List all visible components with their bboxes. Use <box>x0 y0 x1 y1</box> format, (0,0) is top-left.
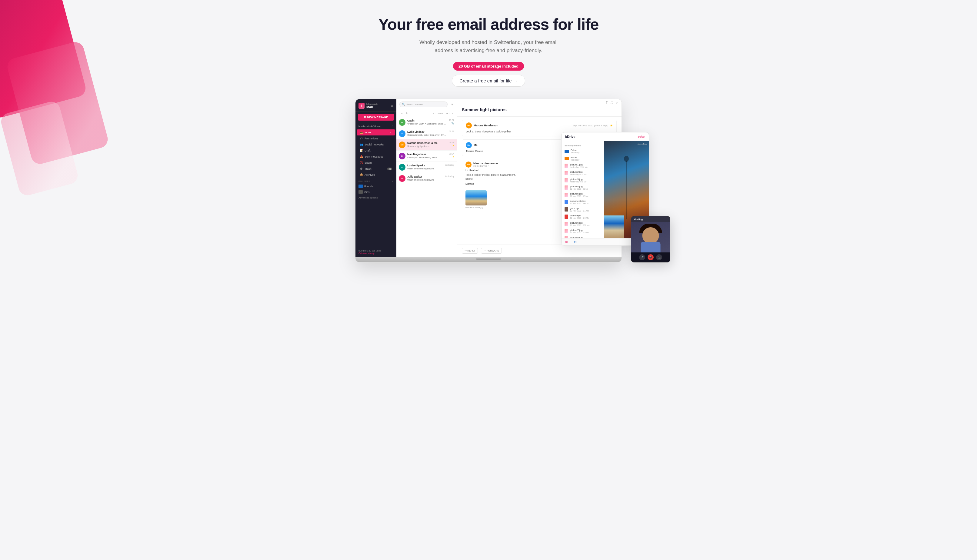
kdrive-item-pic8[interactable]: picture8.jpg 11 Nov 2020 · 3.0 Mo <box>562 235 604 238</box>
file-name-pic2: picture2.jpg <box>570 171 601 173</box>
email-time-gavin: 19:32 📎 <box>449 119 454 125</box>
folder-icon-orange <box>565 157 569 160</box>
file-icon-pic6 <box>565 222 568 226</box>
spam-label: Spam <box>365 161 372 164</box>
kdrive-item-zip[interactable]: grub.zip 12 Nov 2020 · 3.1 Mo <box>562 206 604 213</box>
email-item-gavin[interactable]: G Gavin "Peace On Earth A Wonderful Wish… <box>396 117 457 128</box>
new-message-button[interactable]: ✉ NEW MESSAGE <box>358 114 394 121</box>
end-call-btn[interactable]: 📵 <box>648 254 654 260</box>
avatar-julie: JW <box>399 175 405 182</box>
mic-btn[interactable]: 🎤 <box>639 254 645 260</box>
sidebar-item-inbox[interactable]: 📥 Inbox 5 <box>357 129 395 135</box>
file-info-pic2: picture2.jpg Yesterday · 8.6 Mo <box>570 171 601 175</box>
advanced-options[interactable]: Advanced options <box>355 195 396 201</box>
email-item-julie[interactable]: JW Julie Walker When The Morning Dawns Y… <box>396 173 457 184</box>
storage-link[interactable]: Get more storage <box>358 252 393 254</box>
hero-section: Your free email address for life Wholly … <box>0 0 977 96</box>
email-subject-julie: When The Morning Dawns <box>407 178 443 181</box>
email-item-louise[interactable]: LS Louise Sparks When The Morning Dawns … <box>396 162 457 173</box>
sidebar-item-promotions[interactable]: 🏷 Promotions <box>357 135 395 142</box>
grid-view-btn[interactable]: ⊞ <box>565 240 568 243</box>
email-item-marcus[interactable]: MH Marcus Henderson & me Summer light pi… <box>396 139 457 151</box>
file-meta-pic1: Yesterday · 13.4 Mo <box>570 166 601 168</box>
file-info-pic8: picture8.jpg 11 Nov 2020 · 3.0 Mo <box>570 236 601 238</box>
kdrive-item-folder2[interactable]: Folder Yesterday <box>562 155 604 162</box>
file-info-folder1: Folder Yesterday <box>571 149 601 153</box>
forward-button[interactable]: → FORWARD <box>481 248 502 253</box>
forward-nav-btn[interactable]: › <box>451 111 453 115</box>
sidebar-item-archived[interactable]: 📦 Archived <box>357 172 395 178</box>
email-content-louise: Louise Sparks When The Morning Dawns <box>407 164 443 170</box>
add-folder-icon[interactable]: + <box>392 180 393 182</box>
email-time-ivan: 08:24 ★ <box>449 153 454 158</box>
font-size-icon[interactable]: T <box>606 101 608 104</box>
file-icon-pic2 <box>565 171 568 175</box>
sidebar-item-trash[interactable]: 🗑 Trash 48 <box>357 166 395 172</box>
folder-icon-blue <box>565 150 569 153</box>
kdrive-item-vid[interactable]: video.mp4 12 Nov 2020 · 1.9 Mo <box>562 213 604 220</box>
folder-friends[interactable]: Friends <box>355 183 396 189</box>
list-view-btn[interactable]: ☰ <box>569 240 572 243</box>
back-btn[interactable]: ← <box>399 111 404 115</box>
kdrive-item-folder1[interactable]: Folder Yesterday <box>562 148 604 155</box>
create-email-button[interactable]: Create a free email for life → <box>452 75 525 87</box>
trash-label: Trash <box>365 167 372 170</box>
kdrive-item-pic7[interactable]: picture7.jpg 11 Nov 2020 · 6.5 Mo <box>562 228 604 235</box>
search-bar[interactable]: 🔍 Search in email <box>399 102 448 107</box>
thread-avatar-marcus: MH <box>466 122 472 128</box>
archived-label: Archived <box>365 173 375 177</box>
file-info-pic4: picture4.jpg 12 Nov 2020 · 22 Mo <box>570 185 601 190</box>
kdrive-file-list: Sunday folders Folder Yesterday Folder <box>562 141 604 238</box>
reply-button[interactable]: ↩ REPLY <box>462 248 478 253</box>
user-menu-icon[interactable]: ⋮ <box>391 125 393 128</box>
expand-icon[interactable]: ⤢ <box>615 101 618 104</box>
filter-icon[interactable]: ▼ <box>451 103 453 106</box>
meeting-controls: 🎤 📵 📷 <box>631 252 670 262</box>
kdrive-select[interactable]: Select <box>638 135 645 138</box>
email-item-ivan[interactable]: IM Ivan Magalhaes Invites you to a meeti… <box>396 151 457 162</box>
email-detail-subject: Summer light pictures <box>462 107 617 112</box>
kdrive-preview-label: picture1.jpg <box>638 143 647 145</box>
kdrive-item-pic6[interactable]: picture6.jpg 11 Nov 2020 · 261 Mo <box>562 220 604 228</box>
print-icon[interactable]: 🖨 <box>610 101 613 104</box>
user-email-text: heather.clark@ik.me <box>358 125 381 128</box>
email-time-julie: Yesterday <box>445 175 454 177</box>
email-subject-marcus: Summer light pictures <box>407 145 447 148</box>
tiles-view-btn[interactable]: ⊟ <box>574 240 576 243</box>
folder-girls[interactable]: Girls <box>355 189 396 195</box>
sidebar-item-spam[interactable]: 🚫 Spam <box>357 160 395 166</box>
file-icon-pic4 <box>565 185 568 190</box>
thread-avatar-expanded: MH <box>465 162 472 168</box>
kdrive-item-pic5[interactable]: picture5.jpg 12 Nov 2020 · 15 Mo <box>562 191 604 198</box>
file-name-folder1: Folder <box>571 149 601 152</box>
camera-btn[interactable]: 📷 <box>656 254 662 260</box>
file-meta-pic3: Yesterday · 9.8 Mo <box>570 181 601 183</box>
thread-msg-header-1: MH Marcus Henderson sept. 9th 2019 13:57… <box>466 122 613 128</box>
video-bg <box>631 222 670 252</box>
gear-icon[interactable]: ⚙ <box>391 104 393 108</box>
more-btn[interactable]: ⋮ <box>411 111 415 115</box>
email-item-lydia[interactable]: LL Lydia Lindsay Carson is back, better … <box>396 128 457 139</box>
kdrive-item-pic1[interactable]: picture1.jpg Yesterday · 13.4 Mo <box>562 162 604 169</box>
thread-star-1[interactable]: ★ <box>610 124 613 127</box>
kdrive-item-pic2[interactable]: picture2.jpg Yesterday · 8.6 Mo <box>562 169 604 177</box>
email-from-gavin: Gavin <box>407 119 447 122</box>
email-list-header: 🔍 Search in email ▼ <box>396 99 457 110</box>
sent-icon: 📤 <box>360 155 363 158</box>
kdrive-item-doc[interactable]: document.xlsx 12 Nov 2020 · 184 Ko <box>562 198 604 206</box>
email-detail-header: Summer light pictures <box>457 104 622 117</box>
sidebar-item-sent[interactable]: 📤 Sent messages <box>357 153 395 160</box>
sidebar-header: i Infomaniak Mail ⚙ <box>355 99 396 112</box>
app-logo: i <box>358 103 365 109</box>
sidebar-item-social[interactable]: 👥 Social networks <box>357 142 395 148</box>
file-meta-pic5: 12 Nov 2020 · 15 Mo <box>570 195 601 197</box>
folders-title: FOLDERS <box>358 180 371 182</box>
inbox-icon: 📥 <box>360 131 363 134</box>
search-placeholder: Search in email <box>406 103 423 106</box>
kdrive-item-pic4[interactable]: picture4.jpg 12 Nov 2020 · 22 Mo <box>562 184 604 191</box>
attachment-icon-gavin: 📎 <box>451 122 454 125</box>
email-content-lydia: Lydia Lindsay Carson is back, better tha… <box>407 130 447 137</box>
sidebar-item-draft[interactable]: 📝 Draft <box>357 148 395 153</box>
kdrive-item-pic3[interactable]: picture3.jpg Yesterday · 9.8 Mo <box>562 177 604 184</box>
refresh-btn[interactable]: ↻ <box>405 111 409 115</box>
